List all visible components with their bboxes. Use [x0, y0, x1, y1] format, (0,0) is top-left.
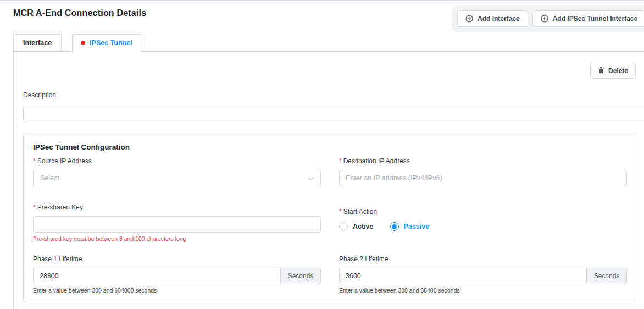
pre-shared-key-label: *Pre-shared Key	[33, 203, 321, 211]
alert-dot-icon	[81, 41, 85, 45]
phase2-lifetime-label: Phase 2 Lifetime	[339, 255, 627, 263]
plus-circle-icon	[465, 15, 473, 23]
tab-ipsec-tunnel[interactable]: IPSec Tunnel	[72, 34, 141, 52]
source-ip-select-placeholder: Select	[40, 174, 59, 182]
page-title: MCR A-End Connection Details	[13, 8, 146, 18]
add-interface-label: Add Interface	[478, 15, 520, 23]
ipsec-tunnel-configuration-section: IPSec Tunnel Configuration *Source IP Ad…	[23, 133, 635, 302]
phase2-help-text: Enter a value between 300 and 86400 seco…	[339, 287, 627, 294]
trash-icon	[598, 67, 604, 75]
radio-passive[interactable]: Passive	[390, 222, 430, 231]
phase1-lifetime-label: Phase 1 Lifetime	[33, 255, 321, 263]
destination-ip-field: *Destination IP Address	[339, 157, 627, 186]
tab-interface-label: Interface	[23, 39, 52, 47]
phase1-lifetime-input[interactable]	[33, 268, 281, 284]
tab-content-pane: Delete Description IPSec Tunnel Configur…	[13, 52, 644, 309]
source-ip-label: *Source IP Address	[33, 157, 321, 165]
source-ip-field: *Source IP Address Select	[33, 157, 321, 186]
start-action-radio-group: Active Passive	[339, 222, 627, 231]
radio-circle-icon	[390, 222, 399, 231]
pre-shared-key-error: Pre-shared key must be between 8 and 100…	[33, 235, 321, 242]
tab-bar: Interface IPSec Tunnel	[13, 34, 644, 52]
required-asterisk: *	[339, 157, 342, 165]
header-actions-bar: Add Interface Add IPSec Tunnel Interface	[452, 5, 644, 32]
radio-active[interactable]: Active	[339, 222, 374, 231]
phase2-lifetime-input[interactable]	[339, 268, 587, 284]
page-top-divider	[0, 0, 644, 1]
tab-ipsec-tunnel-label: IPSec Tunnel	[90, 39, 132, 47]
delete-button[interactable]: Delete	[590, 63, 636, 79]
add-interface-button[interactable]: Add Interface	[457, 10, 528, 27]
phase1-unit-addon: Seconds	[280, 268, 321, 284]
phase2-lifetime-field: Phase 2 Lifetime Seconds Enter a value b…	[339, 255, 627, 294]
chevron-down-icon	[308, 173, 314, 183]
required-asterisk: *	[33, 157, 36, 165]
required-asterisk: *	[339, 208, 342, 216]
phase1-lifetime-field: Phase 1 Lifetime Seconds Enter a value b…	[33, 255, 321, 294]
add-ipsec-tunnel-interface-label: Add IPSec Tunnel Interface	[553, 15, 637, 23]
radio-circle-icon	[339, 222, 348, 231]
phase2-unit-addon: Seconds	[586, 268, 627, 284]
tab-interface[interactable]: Interface	[13, 34, 62, 51]
description-input[interactable]	[23, 106, 644, 122]
start-action-label: *Start Action	[339, 208, 627, 216]
start-action-field: *Start Action Active Passive	[339, 208, 627, 231]
source-ip-select[interactable]: Select	[33, 170, 321, 186]
plus-circle-icon	[541, 15, 548, 23]
section-title: IPSec Tunnel Configuration	[33, 143, 130, 151]
required-asterisk: *	[33, 203, 36, 211]
pre-shared-key-field: *Pre-shared Key Pre-shared key must be b…	[33, 203, 321, 242]
phase1-help-text: Enter a value between 300 and 604800 sec…	[33, 287, 321, 294]
destination-ip-input[interactable]	[339, 170, 627, 186]
description-label: Description	[23, 91, 56, 99]
add-ipsec-tunnel-interface-button[interactable]: Add IPSec Tunnel Interface	[532, 10, 644, 27]
radio-active-label: Active	[353, 223, 374, 230]
destination-ip-label: *Destination IP Address	[339, 157, 627, 165]
delete-button-label: Delete	[608, 67, 628, 75]
radio-passive-label: Passive	[404, 223, 430, 230]
pre-shared-key-input[interactable]	[33, 216, 321, 233]
